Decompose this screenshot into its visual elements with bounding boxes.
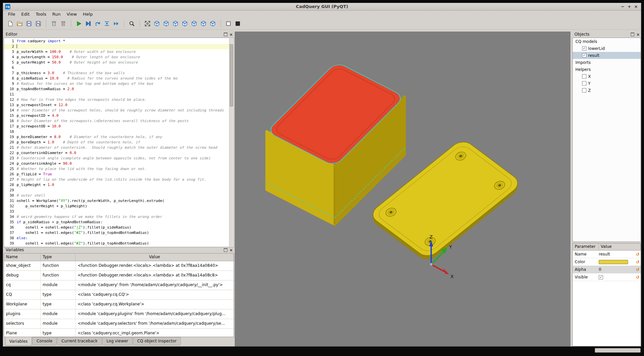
code-line[interactable]: 36 oshell = oshell.edges("|Z").fillet(p_…	[4, 225, 229, 230]
tab-log-viewer[interactable]: Log viewer	[102, 337, 133, 345]
code-line[interactable]: 33	[4, 209, 229, 214]
code-line[interactable]: 1from cadquery import *	[4, 39, 229, 44]
debug-button[interactable]	[84, 19, 93, 28]
code-line[interactable]: 30# outer shell	[4, 193, 229, 198]
property-row-color[interactable]: Color↺	[573, 258, 641, 266]
cad-model[interactable]	[267, 62, 522, 263]
menu-run[interactable]: Run	[49, 11, 64, 17]
code-line[interactable]: 6	[4, 65, 229, 71]
code-line[interactable]: 25# Whether to place the lid with the to…	[4, 166, 229, 172]
view-iso-button[interactable]	[153, 19, 161, 28]
tree-item-helpers[interactable]: Helpers	[573, 66, 641, 73]
save-as-button[interactable]	[34, 19, 43, 28]
variables-row[interactable]: Planetype<class 'cadquery.occ_impl.geom.…	[4, 329, 234, 337]
code-editor[interactable]: 1from cadquery import *23p_outerWidth = …	[4, 38, 234, 247]
wireframe-button[interactable]	[224, 19, 233, 28]
save-button[interactable]	[25, 19, 33, 28]
code-line[interactable]: 35if p_sideRadius > p_topAndBottomRadius…	[4, 220, 229, 225]
visibility-checkbox[interactable]: ✓	[582, 46, 586, 51]
variables-column-header[interactable]: Type	[41, 254, 76, 261]
property-value[interactable]: result	[599, 252, 635, 257]
minimize-button[interactable]: −	[620, 4, 626, 10]
tab-console[interactable]: Console	[32, 337, 57, 345]
menu-edit[interactable]: Edit	[18, 11, 33, 17]
visibility-checkbox[interactable]	[582, 88, 586, 92]
clear-button[interactable]	[50, 19, 58, 28]
code-line[interactable]: 18	[4, 129, 229, 134]
continue-button[interactable]	[112, 19, 121, 28]
code-line[interactable]: 13p_screwpostInset = 12.0	[4, 102, 229, 108]
delete-button[interactable]	[59, 19, 68, 28]
code-line[interactable]: 9# Radius for the curves on the top and …	[4, 81, 229, 87]
code-line[interactable]: 23# Countersink angle (complete angle be…	[4, 156, 229, 161]
code-line[interactable]: 24p_countersinkAngle = 90.0	[4, 161, 229, 166]
menu-tools[interactable]: Tools	[33, 11, 49, 17]
view-top-button[interactable]	[199, 19, 208, 28]
tree-item-lowerlid[interactable]: ✓lowerLid	[573, 45, 641, 52]
code-line[interactable]: 19p_boreDiameter = 8.0 # Diameter of the…	[4, 134, 229, 140]
property-value[interactable]: 0	[599, 267, 635, 272]
code-line[interactable]: 8p_sideRadius = 10.0 # Radius for the cu…	[4, 76, 229, 81]
open-file-button[interactable]	[15, 19, 24, 28]
code-line[interactable]: 3p_outerWidth = 100.0 # Outer width of b…	[4, 49, 229, 55]
tree-item-z[interactable]: Z	[573, 87, 641, 94]
code-line[interactable]: 21# Outer diameter of countersink. Shoul…	[4, 145, 229, 150]
code-line[interactable]: 7p_thickness = 3.0 # Thickness of the bo…	[4, 71, 229, 76]
code-line[interactable]: 22p_countersinkDiameter = 0.0	[4, 150, 229, 156]
float-panel-icon[interactable]	[631, 33, 634, 36]
variables-column-header[interactable]: Name	[4, 254, 41, 261]
code-line[interactable]: 39 oshell = oshell.edges("#Z").fillet(p_…	[4, 241, 229, 246]
close-panel-icon[interactable]: ×	[636, 33, 640, 36]
code-line[interactable]: 15p_screwpostID = 4.0	[4, 113, 229, 118]
tree-item-cq-models[interactable]: CQ models	[573, 38, 641, 45]
variables-column-header[interactable]: Value	[76, 254, 234, 261]
view-left-button[interactable]	[180, 19, 189, 28]
code-line[interactable]: 11	[4, 92, 229, 97]
scrollbar-thumb[interactable]	[230, 44, 233, 106]
code-line[interactable]: 4p_outerLength = 150.0 # Outer length of…	[4, 55, 229, 60]
code-area[interactable]: 1from cadquery import *23p_outerWidth = …	[4, 39, 229, 247]
visibility-checkbox[interactable]: ✓	[582, 53, 586, 58]
code-line[interactable]: 26p_flipLid = True	[4, 172, 229, 177]
variables-row[interactable]: selectorsmodule<module 'cadquery.selecto…	[4, 319, 234, 329]
visibility-checkbox[interactable]	[582, 74, 586, 79]
editor-scrollbar[interactable]	[229, 38, 233, 247]
close-button[interactable]: ×	[633, 4, 639, 10]
view-right-button[interactable]	[190, 19, 198, 28]
code-line[interactable]: 20p_boreDepth = 1.0 # Depth of the count…	[4, 140, 229, 145]
tree-item-y[interactable]: Y	[573, 80, 641, 87]
step-into-button[interactable]	[103, 19, 111, 28]
variables-row[interactable]: CQtype<class 'cadquery.cq.CQ'>	[4, 290, 234, 300]
code-line[interactable]: 32 p_outerHeight + p_lipHeight)	[4, 204, 229, 209]
code-line[interactable]: 27# Height of lip on the underside of th…	[4, 177, 229, 182]
reset-icon[interactable]: ↺	[635, 275, 641, 280]
variables-row[interactable]: show_objectfunction<function Debugger.re…	[4, 261, 234, 271]
code-line[interactable]: 38else:	[4, 236, 229, 241]
code-line[interactable]: 29	[4, 188, 229, 193]
tab-current-traceback[interactable]: Current traceback	[57, 337, 102, 345]
code-line[interactable]: 10p_topAndBottomRadius = 2.0	[4, 87, 229, 92]
fit-all-button[interactable]	[143, 19, 152, 28]
code-line[interactable]: 28p_lipHeight = 1.0	[4, 182, 229, 188]
code-line[interactable]: 14# nner Diameter of the screwpost holes…	[4, 108, 229, 113]
viewport-3d[interactable]: Z Y X	[235, 32, 570, 346]
code-line[interactable]: 5p_outerHeight = 50.0 # Outer height of …	[4, 60, 229, 65]
view-bottom-button[interactable]	[208, 19, 217, 28]
menu-view[interactable]: View	[64, 11, 80, 17]
viewport-canvas[interactable]: Z Y X	[235, 32, 570, 346]
code-line[interactable]: 37 oshell = oshell.edges("#Z").fillet(p_…	[4, 230, 229, 236]
view-back-button[interactable]	[171, 19, 180, 28]
close-panel-icon[interactable]: ×	[229, 249, 233, 252]
reset-icon[interactable]: ↺	[635, 267, 641, 272]
property-row-alpha[interactable]: Alpha0↺	[573, 266, 641, 273]
variables-row[interactable]: Workplanetype<class 'cadquery.cq.Workpla…	[4, 300, 234, 309]
zoom-button[interactable]	[128, 19, 136, 28]
maximize-button[interactable]: +	[626, 4, 632, 10]
code-line[interactable]: 34# weird geometry happens if we make th…	[4, 214, 229, 220]
variables-row[interactable]: cqmodule<module 'cadquery' from '/home/a…	[4, 280, 234, 290]
variables-row[interactable]: pluginsmodule<module 'cadquery.plugins' …	[4, 309, 234, 319]
visibility-checkbox[interactable]	[582, 81, 586, 86]
color-swatch[interactable]	[599, 260, 628, 264]
menu-help[interactable]: Help	[80, 11, 96, 17]
close-panel-icon[interactable]: ×	[229, 33, 233, 36]
